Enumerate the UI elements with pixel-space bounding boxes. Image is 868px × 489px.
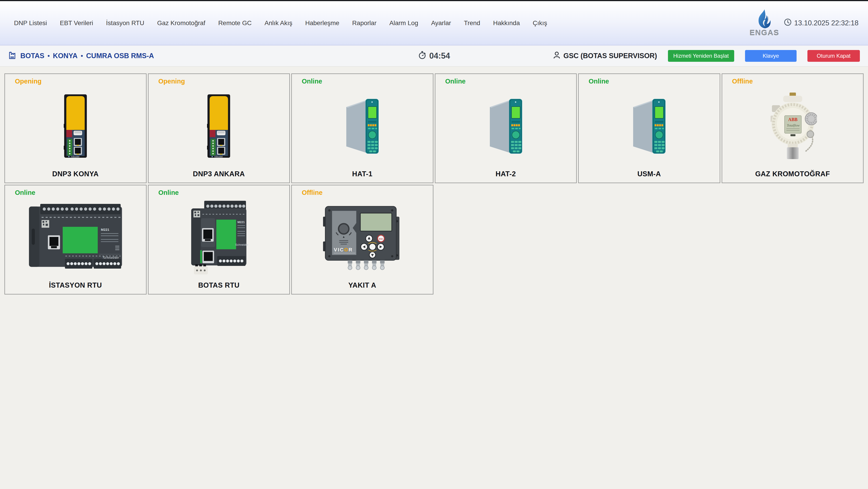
- botas-rtu-image: M221 Schneider: [188, 199, 249, 276]
- device-image: ABB Totalflow: [722, 87, 863, 165]
- flame-icon: [756, 9, 773, 30]
- stopwatch-icon: [418, 51, 427, 61]
- device-image: robustel: [5, 87, 146, 165]
- menu-item-remote-gc[interactable]: Remote GC: [218, 20, 252, 27]
- svg-text:Schneider: Schneider: [235, 243, 249, 247]
- device-image: [435, 87, 577, 165]
- flow-computer-image: [487, 97, 524, 154]
- flow-computer-image: [630, 97, 668, 154]
- device-image: robustel: [149, 87, 289, 165]
- device-card-hat-2[interactable]: Online HAT-2: [435, 74, 577, 183]
- gas-chromatograph-image: ABB Totalflow: [768, 92, 817, 160]
- device-card-usm-a[interactable]: Online USM-A: [578, 74, 720, 183]
- engas-logo: ENGAS: [751, 9, 778, 37]
- device-grid: Opening robustel DNP3 KONYA Opening: [0, 74, 868, 294]
- user-icon: [553, 51, 561, 61]
- device-name: DNP3 KONYA: [5, 170, 146, 178]
- svg-text:VICOR: VICOR: [334, 247, 353, 253]
- device-card-dnp3-ankara[interactable]: Opening robustel DNP3 ANKARA: [148, 74, 290, 183]
- device-image: M221 Schneider: [5, 198, 146, 276]
- facility-icon: [8, 51, 17, 61]
- device-card-i̇stasyon-rtu[interactable]: Online M221 Schneider: [4, 185, 147, 294]
- svg-text:ABB: ABB: [788, 117, 798, 122]
- timer-value: 04:54: [429, 51, 450, 61]
- navbar-right: ENGAS 13.10.2025 22:32:18: [751, 9, 868, 37]
- device-status: Opening: [15, 78, 41, 85]
- device-name: DNP3 ANKARA: [149, 170, 289, 178]
- svg-text:Totalflow: Totalflow: [787, 123, 800, 127]
- flow-computer-image: [344, 97, 381, 154]
- breadcrumb-item-konya[interactable]: KONYA: [53, 52, 78, 60]
- device-name: HAT-1: [292, 170, 433, 178]
- clock-icon: [784, 18, 792, 28]
- device-image: VICOR ESC: [292, 198, 433, 276]
- device-card-dnp3-konya[interactable]: Opening robustel DNP3 KONYA: [4, 74, 147, 183]
- device-status: Online: [15, 189, 35, 196]
- dnp3-router-image: robustel: [207, 94, 230, 159]
- main-menu: DNP ListesiEBT Verileriİstasyon RTUGaz K…: [0, 20, 751, 27]
- top-navbar: DNP ListesiEBT Verileriİstasyon RTUGaz K…: [0, 1, 868, 46]
- svg-text:robustel: robustel: [71, 155, 79, 158]
- breadcrumb-item-botas[interactable]: BOTAS: [20, 52, 44, 60]
- user-name: GSC (BOTAS SUPERVISOR): [563, 52, 657, 60]
- breadcrumb-item-cumra-osb-rms-a[interactable]: CUMRA OSB RMS-A: [86, 52, 154, 60]
- station-rtu-image: M221 Schneider: [27, 202, 124, 273]
- dnp3-router-image: robustel: [64, 94, 87, 159]
- device-name: GAZ KROMOTOĞRAF: [722, 170, 863, 178]
- device-image: [579, 87, 720, 165]
- device-name: USM-A: [579, 170, 720, 178]
- datetime: 13.10.2025 22:32:18: [784, 18, 859, 28]
- menu-item-anlık-akış[interactable]: Anlık Akış: [265, 20, 292, 27]
- device-status: Online: [445, 78, 466, 85]
- breadcrumb-separator: •: [48, 52, 50, 59]
- menu-item-çıkış[interactable]: Çıkış: [533, 20, 547, 27]
- menu-item-ayarlar[interactable]: Ayarlar: [431, 20, 451, 27]
- device-status: Online: [589, 78, 609, 85]
- menu-item-ebt-verileri[interactable]: EBT Verileri: [60, 20, 93, 27]
- device-status: Offline: [302, 189, 322, 196]
- device-card-hat-1[interactable]: Online HAT-1: [291, 74, 433, 183]
- device-status: Online: [302, 78, 322, 85]
- device-name: YAKIT A: [292, 281, 433, 289]
- menu-item-i̇stasyon-rtu[interactable]: İstasyon RTU: [106, 20, 144, 27]
- device-name: İSTASYON RTU: [5, 281, 146, 289]
- volume-corrector-image: VICOR ESC: [323, 204, 402, 271]
- menu-item-dnp-listesi[interactable]: DNP Listesi: [14, 20, 47, 27]
- device-image: M221 Schneider: [149, 198, 289, 276]
- keyboard-button[interactable]: Klavye: [745, 50, 797, 62]
- svg-text:M221: M221: [101, 228, 109, 231]
- user-area: GSC (BOTAS SUPERVISOR) Hizmeti Yeniden B…: [553, 50, 868, 62]
- menu-item-hakkında[interactable]: Hakkında: [493, 20, 520, 27]
- session-timer: 04:54: [418, 51, 450, 61]
- breadcrumb: BOTAS•KONYA•CUMRA OSB RMS-A: [0, 51, 154, 61]
- device-name: HAT-2: [435, 170, 577, 178]
- toolbar: BOTAS•KONYA•CUMRA OSB RMS-A 04:54 GSC (B…: [0, 46, 868, 67]
- device-card-gaz-kromotoğraf[interactable]: Offline ABB Totalflow GAZ KROMOTOĞRAF: [722, 74, 864, 183]
- device-name: BOTAS RTU: [149, 281, 289, 289]
- svg-text:robustel: robustel: [214, 155, 223, 158]
- menu-item-raporlar[interactable]: Raporlar: [352, 20, 376, 27]
- menu-item-alarm-log[interactable]: Alarm Log: [390, 20, 418, 27]
- svg-text:ESC: ESC: [379, 238, 383, 240]
- user-label: GSC (BOTAS SUPERVISOR): [553, 51, 657, 61]
- device-status: Opening: [158, 78, 185, 85]
- engas-logo-text: ENGAS: [749, 28, 779, 37]
- datetime-text: 13.10.2025 22:32:18: [794, 19, 859, 27]
- logout-button[interactable]: Oturum Kapat: [807, 50, 860, 62]
- menu-item-gaz-kromotoğraf[interactable]: Gaz Kromotoğraf: [157, 20, 205, 27]
- device-image: [292, 87, 433, 165]
- menu-item-trend[interactable]: Trend: [464, 20, 480, 27]
- restart-service-button[interactable]: Hizmeti Yeniden Başlat: [668, 50, 734, 62]
- breadcrumb-separator: •: [81, 52, 83, 59]
- device-status: Offline: [732, 78, 753, 85]
- device-card-yakit-a[interactable]: Offline VICOR ESC: [291, 185, 433, 294]
- menu-item-haberleşme[interactable]: Haberleşme: [305, 20, 339, 27]
- device-card-botas-rtu[interactable]: Online M221 Schneider BOTA: [148, 185, 290, 294]
- device-status: Online: [158, 189, 179, 196]
- svg-text:M221: M221: [238, 221, 245, 224]
